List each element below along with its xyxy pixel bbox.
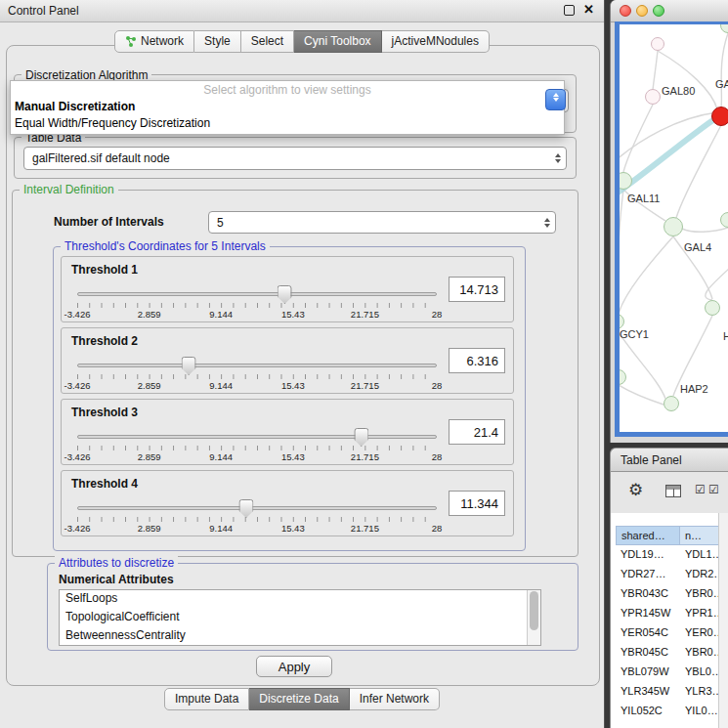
control-panel: Control Panel ✕ Network Style Select Cyn… — [0, 0, 605, 728]
scale-label: 21.715 — [351, 523, 379, 534]
threshold-slider[interactable]: -3.4262.8599.14415.4321.71528 — [77, 356, 437, 393]
float-window-icon[interactable] — [564, 5, 575, 16]
slider-thumb[interactable] — [354, 428, 368, 447]
threshold-slider[interactable]: -3.4262.8599.14415.4321.71528 — [77, 427, 437, 464]
table-cell: YBR045C — [616, 643, 680, 663]
network-node[interactable] — [720, 21, 728, 33]
slider-track[interactable] — [77, 364, 437, 367]
threshold-value-field[interactable]: 11.344 — [449, 491, 505, 516]
network-node[interactable] — [615, 172, 632, 190]
table-cell: YLR3… — [680, 682, 721, 702]
slider-track[interactable] — [77, 435, 437, 439]
network-view-window: GAL80GAGAL11GAL4GCY1HHAP2 — [610, 0, 728, 443]
table-data-combobox[interactable]: galFiltered.sif default node — [23, 147, 567, 170]
threshold-panel: Threshold 4 -3.4262.8599.14415.4321.7152… — [61, 470, 514, 536]
table-panel-titlebar[interactable]: Table Panel — [610, 448, 728, 472]
slider-thumb[interactable] — [182, 357, 196, 375]
table-cell: YIL052C — [616, 702, 680, 721]
threshold-value-field[interactable]: 21.4 — [449, 419, 505, 445]
network-node[interactable] — [645, 89, 661, 105]
network-node[interactable] — [651, 37, 664, 51]
dropdown-option-manual[interactable]: Manual Discretization — [11, 99, 564, 115]
threshold-panel: Threshold 2 -3.4262.8599.14415.4321.7152… — [61, 327, 514, 394]
network-node[interactable] — [711, 107, 728, 126]
scale-label: 21.715 — [351, 309, 379, 320]
table-row[interactable]: YPR145WYPR1… — [616, 604, 721, 623]
column-header-name[interactable]: n… — [680, 526, 721, 545]
threshold-value-field[interactable]: 6.316 — [449, 348, 505, 373]
tab-select[interactable]: Select — [241, 30, 294, 53]
numerical-attributes-list[interactable]: SelfLoopsTopologicalCoefficientBetweenne… — [59, 589, 541, 646]
table-cell: YDR27… — [616, 565, 680, 584]
close-icon[interactable]: ✕ — [583, 3, 594, 17]
tab-discretize-data[interactable]: Discretize Data — [249, 688, 349, 710]
table-row[interactable]: YIL052CYIL0… — [616, 702, 721, 721]
columns-icon[interactable] — [665, 485, 681, 497]
table-scrollbar[interactable] — [718, 513, 728, 728]
scale-label: 2.859 — [138, 380, 161, 391]
scale-label: 2.859 — [138, 309, 161, 320]
gear-icon[interactable]: ⚙ — [628, 480, 643, 500]
tab-style[interactable]: Style — [194, 30, 241, 53]
network-canvas-frame: GAL80GAGAL11GAL4GCY1HHAP2 — [615, 21, 728, 437]
slider-track[interactable] — [77, 506, 437, 510]
tab-jactivemnodules[interactable]: jActiveMNodules — [382, 30, 490, 53]
list-item[interactable]: SelfLoops — [60, 590, 540, 609]
list-scrollbar[interactable] — [527, 590, 540, 645]
table-row[interactable]: YBL079WYBL0… — [616, 663, 721, 682]
network-node[interactable] — [664, 217, 683, 236]
table-row[interactable]: YBR043CYBR0… — [616, 584, 721, 604]
table-cell: YLR345W — [616, 682, 680, 702]
apply-button[interactable]: Apply — [256, 656, 332, 677]
network-node[interactable] — [664, 396, 679, 411]
slider-thumb[interactable] — [238, 499, 253, 518]
network-node[interactable] — [720, 212, 728, 228]
panel-title: Control Panel — [8, 4, 79, 18]
scrollbar-thumb[interactable] — [530, 591, 538, 630]
scale-label: 28 — [432, 309, 443, 320]
network-window-titlebar — [611, 0, 728, 22]
combo-stepper-icon[interactable] — [545, 89, 566, 110]
tab-network[interactable]: Network — [114, 30, 194, 53]
table-row[interactable]: YBR045CYBR0… — [616, 643, 721, 663]
threshold-label: Threshold 4 — [71, 477, 138, 491]
list-item[interactable]: BetweennessCentrality — [60, 627, 540, 646]
network-node[interactable] — [615, 314, 624, 329]
scale-label: 21.715 — [351, 380, 379, 391]
slider-track[interactable] — [77, 292, 437, 296]
scale-label: 2.859 — [138, 451, 161, 462]
minimize-traffic-light-icon[interactable] — [636, 5, 648, 17]
column-header-shared-name[interactable]: shared… — [616, 526, 680, 545]
slider-thumb[interactable] — [278, 285, 292, 304]
network-node[interactable] — [615, 369, 626, 385]
table-row[interactable]: YDR27…YDR2… — [616, 565, 721, 584]
tab-infer-network[interactable]: Infer Network — [350, 688, 440, 710]
scale-label: 21.715 — [351, 451, 379, 462]
dropdown-option-equal-width[interactable]: Equal Width/Frequency Discretization — [11, 115, 564, 132]
zoom-traffic-light-icon[interactable] — [653, 5, 664, 17]
top-tab-bar: Network Style Select Cyni Toolbox jActiv… — [0, 30, 604, 53]
tab-label: Cyni Toolbox — [304, 34, 370, 48]
close-traffic-light-icon[interactable] — [620, 5, 631, 17]
tab-cyni-toolbox[interactable]: Cyni Toolbox — [294, 30, 381, 53]
threshold-value-field[interactable]: 14.713 — [449, 277, 505, 302]
slider-scale: -3.4262.8599.14415.4321.71528 — [77, 451, 437, 463]
scale-label: 9.144 — [209, 309, 233, 320]
list-item[interactable]: TopologicalCoefficient — [60, 609, 540, 627]
network-canvas[interactable]: GAL80GAGAL11GAL4GCY1HHAP2 — [620, 24, 728, 432]
table-cell: YBR043C — [616, 584, 680, 604]
table-row[interactable]: YDL19…YDL1… — [616, 545, 721, 565]
node-table-body: YDL19…YDL1…YDR27…YDR2…YBR043CYBR0…YPR145… — [616, 545, 721, 721]
table-cell: YER054C — [616, 623, 680, 643]
network-node-label: GCY1 — [620, 328, 649, 340]
table-row[interactable]: YER054CYER0… — [616, 623, 721, 643]
checkbox-icon[interactable]: ☑ — [695, 483, 706, 496]
threshold-slider[interactable]: -3.4262.8599.14415.4321.71528 — [77, 498, 437, 535]
threshold-slider[interactable]: -3.4262.8599.14415.4321.71528 — [77, 284, 437, 321]
number-of-intervals-combobox[interactable]: 5 — [208, 211, 556, 234]
slider-scale: -3.4262.8599.14415.4321.71528 — [77, 380, 437, 392]
table-row[interactable]: YLR345WYLR3… — [616, 682, 721, 702]
tab-impute-data[interactable]: Impute Data — [164, 688, 249, 710]
network-node[interactable] — [705, 300, 720, 316]
checkbox-icon[interactable]: ☑ — [708, 483, 719, 496]
